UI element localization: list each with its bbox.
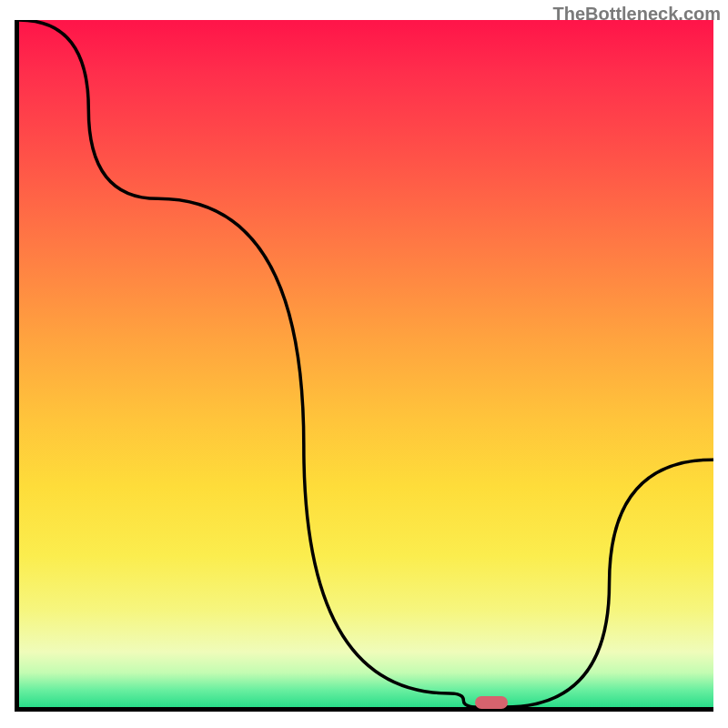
watermark-text: TheBottleneck.com	[553, 4, 721, 25]
optimal-marker	[475, 696, 508, 709]
chart-container: TheBottleneck.com	[0, 0, 728, 728]
bottleneck-curve	[19, 20, 713, 707]
plot-frame	[15, 20, 713, 712]
